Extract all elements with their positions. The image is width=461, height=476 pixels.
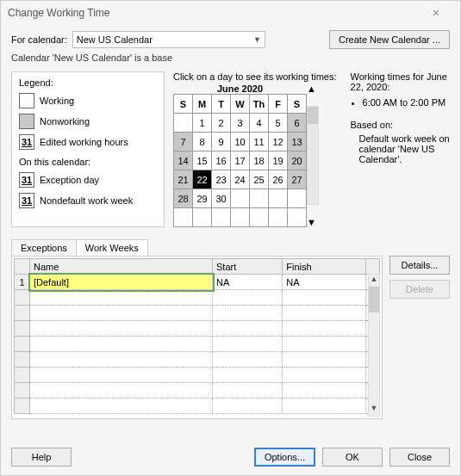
- for-calendar-label: For calendar:: [11, 34, 67, 45]
- calendar-prev-icon[interactable]: ▲: [307, 83, 319, 94]
- grid-scrollbar[interactable]: ▲ ▼: [368, 274, 380, 417]
- calendar-day[interactable]: 9: [212, 133, 231, 151]
- titlebar: Change Working Time ×: [1, 1, 460, 25]
- col-finish[interactable]: Finish: [283, 259, 366, 275]
- finish-cell[interactable]: NA: [283, 275, 366, 290]
- tab-work-weeks[interactable]: Work Weeks: [76, 239, 148, 256]
- calendar-day[interactable]: 28: [174, 189, 193, 208]
- col-rownum: [15, 259, 30, 275]
- calendar-base-text: Calendar 'New US Calendar' is a base: [11, 53, 450, 63]
- based-on-label: Based on:: [351, 120, 450, 130]
- legend-title: Legend:: [19, 77, 157, 88]
- calendar-grid[interactable]: SMTWThFS 1234567891011121314151617181920…: [173, 94, 307, 227]
- help-button[interactable]: Help: [11, 448, 72, 467]
- calendar-day[interactable]: 2: [212, 114, 231, 133]
- calendar-day[interactable]: 12: [269, 133, 288, 151]
- working-time-item: 6:00 AM to 2:00 PM: [363, 97, 450, 108]
- calendar-day: [212, 208, 231, 227]
- calendar-day: [174, 114, 193, 133]
- calendar-scrollbar[interactable]: [307, 106, 319, 205]
- calendar-day: [250, 189, 269, 208]
- calendar-day: [288, 189, 307, 208]
- calendar-day[interactable]: 18: [250, 151, 269, 170]
- calendar-day[interactable]: 25: [250, 170, 269, 189]
- nonworking-swatch: [19, 114, 34, 129]
- calendar-day[interactable]: 27: [288, 170, 307, 189]
- calendar-day[interactable]: 6: [288, 114, 307, 133]
- calendar-day[interactable]: 16: [212, 151, 231, 170]
- calendar-day: [231, 189, 250, 208]
- details-button[interactable]: Details...: [389, 256, 450, 275]
- calendar-next-icon[interactable]: ▼: [307, 217, 319, 227]
- chevron-down-icon: ▼: [253, 35, 261, 44]
- calendar-day[interactable]: 1: [193, 114, 212, 133]
- calendar-month: June 2020: [173, 83, 307, 94]
- working-times-header: Working times for June 22, 2020:: [351, 71, 450, 92]
- start-cell[interactable]: NA: [213, 275, 283, 290]
- col-name[interactable]: Name: [30, 259, 213, 275]
- name-cell[interactable]: [Default]: [30, 275, 213, 290]
- calendar-day[interactable]: 26: [269, 170, 288, 189]
- calendar-day: [174, 208, 193, 227]
- options-button[interactable]: Options...: [254, 448, 315, 467]
- calendar-day: [269, 208, 288, 227]
- calendar-day[interactable]: 15: [193, 151, 212, 170]
- legend-panel: Legend: Working Nonworking 31Edited work…: [11, 71, 165, 227]
- close-icon[interactable]: ×: [419, 6, 453, 20]
- delete-button: Delete: [389, 280, 450, 299]
- calendar-day[interactable]: 19: [269, 151, 288, 170]
- calendar-day[interactable]: 20: [288, 151, 307, 170]
- tab-exceptions[interactable]: Exceptions: [11, 239, 77, 256]
- exception-swatch: 31: [19, 172, 34, 188]
- calendar-day[interactable]: 3: [231, 114, 250, 133]
- change-working-time-dialog: Change Working Time × For calendar: New …: [0, 0, 461, 476]
- calendar-day[interactable]: 30: [212, 189, 231, 208]
- calendar-select[interactable]: New US Calendar ▼: [72, 31, 265, 48]
- calendar-select-value: New US Calendar: [77, 34, 153, 45]
- work-weeks-grid: Name Start Finish 1[Default]NANA ▲ ▼: [11, 256, 383, 419]
- calendar-day[interactable]: 14: [174, 151, 193, 170]
- scroll-down-icon: ▼: [369, 404, 379, 416]
- close-button[interactable]: Close: [389, 448, 450, 467]
- nondefault-swatch: 31: [19, 193, 34, 208]
- calendar-day[interactable]: 24: [231, 170, 250, 189]
- row-number: 1: [15, 275, 30, 290]
- scroll-up-icon: ▲: [369, 275, 379, 287]
- calendar-day[interactable]: 4: [250, 114, 269, 133]
- on-this-calendar-label: On this calendar:: [19, 157, 157, 167]
- calendar-day: [269, 189, 288, 208]
- calendar-day[interactable]: 23: [212, 170, 231, 189]
- window-title: Change Working Time: [8, 7, 419, 19]
- based-on-text: Default work week on calendar 'New US Ca…: [359, 133, 450, 164]
- working-swatch: [19, 93, 34, 108]
- calendar-day[interactable]: 7: [174, 133, 193, 151]
- col-start[interactable]: Start: [213, 259, 283, 275]
- calendar-day: [231, 208, 250, 227]
- create-new-calendar-button[interactable]: Create New Calendar ...: [329, 30, 450, 49]
- calendar-day[interactable]: 21: [174, 170, 193, 189]
- edited-swatch: 31: [19, 134, 34, 150]
- calendar-day[interactable]: 22: [193, 170, 212, 189]
- calendar-day: [250, 208, 269, 227]
- calendar-day[interactable]: 10: [231, 133, 250, 151]
- calendar-day: [193, 208, 212, 227]
- calendar-day: [288, 208, 307, 227]
- calendar-day[interactable]: 8: [193, 133, 212, 151]
- calendar-day[interactable]: 13: [288, 133, 307, 151]
- calendar-day[interactable]: 11: [250, 133, 269, 151]
- calendar-hint: Click on a day to see its working times:: [173, 71, 337, 82]
- calendar-day[interactable]: 29: [193, 189, 212, 208]
- calendar-day[interactable]: 5: [269, 114, 288, 133]
- ok-button[interactable]: OK: [322, 448, 383, 467]
- calendar-day[interactable]: 17: [231, 151, 250, 170]
